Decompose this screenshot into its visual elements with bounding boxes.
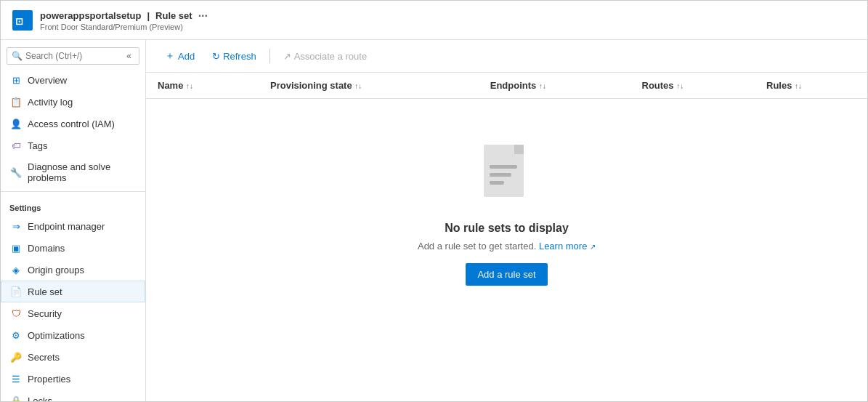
svg-text:⊡: ⊡: [15, 16, 23, 27]
azure-frontdoor-icon: ⊡: [12, 10, 33, 31]
empty-state-title: No rule sets to display: [445, 222, 569, 235]
collapse-sidebar-button[interactable]: «: [123, 51, 134, 61]
resource-name: powerappsportalsetup: [40, 10, 141, 21]
security-icon: 🛡: [10, 307, 22, 319]
column-header-routes[interactable]: Routes ↑↓: [630, 73, 755, 99]
origin-groups-icon: ◈: [10, 264, 22, 276]
sidebar-item-tags[interactable]: 🏷 Tags: [1, 134, 145, 156]
refresh-icon: ↻: [212, 51, 220, 62]
external-link-icon: ↗: [590, 243, 596, 251]
column-header-provisioning[interactable]: Provisioning state ↑↓: [259, 73, 479, 99]
header-subtitle: Front Door Standard/Premium (Preview): [40, 23, 208, 31]
table-header-row: Name ↑↓ Provisioning state ↑↓ Endpoints …: [146, 73, 867, 99]
rule-set-icon: 📄: [10, 286, 22, 297]
locks-icon: 🔒: [10, 395, 22, 401]
associate-route-button[interactable]: ↗ Associate a route: [276, 47, 374, 65]
table-area: Name ↑↓ Provisioning state ↑↓ Endpoints …: [146, 73, 867, 401]
overview-icon: ⊞: [10, 74, 22, 86]
sidebar-item-optimizations[interactable]: ⚙ Optimizations: [1, 324, 145, 346]
sidebar-item-label: Origin groups: [28, 265, 84, 276]
search-input[interactable]: [25, 51, 121, 61]
sidebar-item-rule-set[interactable]: 📄 Rule set: [1, 281, 145, 302]
rule-sets-table: Name ↑↓ Provisioning state ↑↓ Endpoints …: [146, 73, 867, 99]
main-layout: 🔍 « ⊞ Overview 📋 Activity log 👤 Access c…: [1, 40, 867, 401]
domains-icon: ▣: [10, 242, 22, 254]
sidebar-item-label: Endpoint manager: [28, 221, 105, 232]
sidebar-item-label: Optimizations: [28, 330, 85, 341]
sidebar-item-label: Secrets: [28, 352, 60, 363]
sidebar-item-properties[interactable]: ☰ Properties: [1, 368, 145, 390]
sidebar-item-label: Domains: [28, 243, 65, 254]
sidebar-item-label: Activity log: [28, 97, 73, 108]
sort-icon-provisioning[interactable]: ↑↓: [354, 82, 362, 90]
sort-icon-name[interactable]: ↑↓: [186, 82, 193, 90]
sidebar-item-endpoint-manager[interactable]: ⇒ Endpoint manager: [1, 215, 145, 237]
properties-icon: ☰: [10, 373, 22, 385]
add-button[interactable]: ＋ Add: [158, 46, 202, 66]
settings-section-label: Settings: [1, 195, 145, 215]
column-header-name[interactable]: Name ↑↓: [146, 73, 259, 99]
sidebar-item-label: Security: [28, 308, 62, 319]
sidebar-item-label: Tags: [28, 140, 47, 151]
learn-more-link[interactable]: Learn more ↗: [539, 241, 596, 252]
header-menu-button[interactable]: ···: [198, 9, 208, 23]
top-header: ⊡ powerappsportalsetup | Rule set ··· Fr…: [1, 1, 867, 40]
endpoint-manager-icon: ⇒: [10, 220, 22, 232]
svg-rect-5: [490, 165, 517, 169]
search-box[interactable]: 🔍 «: [7, 47, 139, 65]
header-title-group: powerappsportalsetup | Rule set ··· Fron…: [40, 9, 208, 31]
sidebar-item-origin-groups[interactable]: ◈ Origin groups: [1, 259, 145, 281]
sidebar-divider-settings: [1, 191, 145, 192]
secrets-icon: 🔑: [10, 351, 22, 363]
sidebar-item-security[interactable]: 🛡 Security: [1, 302, 145, 324]
column-header-rules[interactable]: Rules ↑↓: [755, 73, 867, 99]
content-area: ＋ Add ↻ Refresh ↗ Associate a route Name: [146, 40, 867, 401]
toolbar-divider: [269, 49, 270, 63]
header-title: powerappsportalsetup | Rule set ···: [40, 9, 208, 23]
empty-state: No rule sets to display Add a rule set t…: [146, 99, 867, 331]
sidebar-item-activity-log[interactable]: 📋 Activity log: [1, 91, 145, 113]
sidebar-item-label: Properties: [28, 374, 70, 385]
column-header-endpoints[interactable]: Endpoints ↑↓: [479, 73, 630, 99]
sidebar-item-overview[interactable]: ⊞ Overview: [1, 69, 145, 91]
sidebar-item-label: Locks: [28, 395, 52, 402]
sidebar-item-domains[interactable]: ▣ Domains: [1, 237, 145, 259]
add-rule-set-button[interactable]: Add a rule set: [466, 263, 547, 286]
diagnose-icon: 🔧: [10, 166, 22, 178]
sidebar-item-label: Overview: [28, 75, 67, 86]
activity-log-icon: 📋: [10, 96, 22, 108]
sidebar-item-label: Rule set: [28, 286, 62, 297]
page-title: Rule set: [155, 10, 192, 21]
header-separator: |: [147, 10, 150, 21]
empty-state-subtitle: Add a rule set to get started. Learn mor…: [418, 241, 596, 252]
sort-icon-endpoints[interactable]: ↑↓: [539, 82, 546, 90]
svg-rect-6: [490, 173, 511, 177]
sidebar-item-label: Diagnose and solve problems: [28, 161, 136, 183]
sidebar: 🔍 « ⊞ Overview 📋 Activity log 👤 Access c…: [1, 40, 146, 401]
associate-route-icon: ↗: [283, 51, 291, 62]
svg-rect-4: [514, 145, 524, 154]
sort-icon-routes[interactable]: ↑↓: [676, 82, 684, 90]
toolbar: ＋ Add ↻ Refresh ↗ Associate a route: [146, 40, 867, 73]
sidebar-item-label: Access control (IAM): [28, 118, 115, 129]
refresh-button[interactable]: ↻ Refresh: [205, 47, 264, 65]
optimizations-icon: ⚙: [10, 329, 22, 341]
empty-state-icon: [478, 145, 536, 210]
sidebar-item-access-control[interactable]: 👤 Access control (IAM): [1, 113, 145, 134]
tags-icon: 🏷: [10, 140, 22, 151]
access-control-icon: 👤: [10, 118, 22, 129]
sort-icon-rules[interactable]: ↑↓: [795, 82, 802, 90]
search-icon: 🔍: [12, 51, 23, 61]
svg-rect-7: [490, 181, 504, 185]
sidebar-item-locks[interactable]: 🔒 Locks: [1, 390, 145, 401]
sidebar-item-diagnose[interactable]: 🔧 Diagnose and solve problems: [1, 156, 145, 188]
add-icon: ＋: [165, 49, 175, 63]
sidebar-item-secrets[interactable]: 🔑 Secrets: [1, 346, 145, 368]
